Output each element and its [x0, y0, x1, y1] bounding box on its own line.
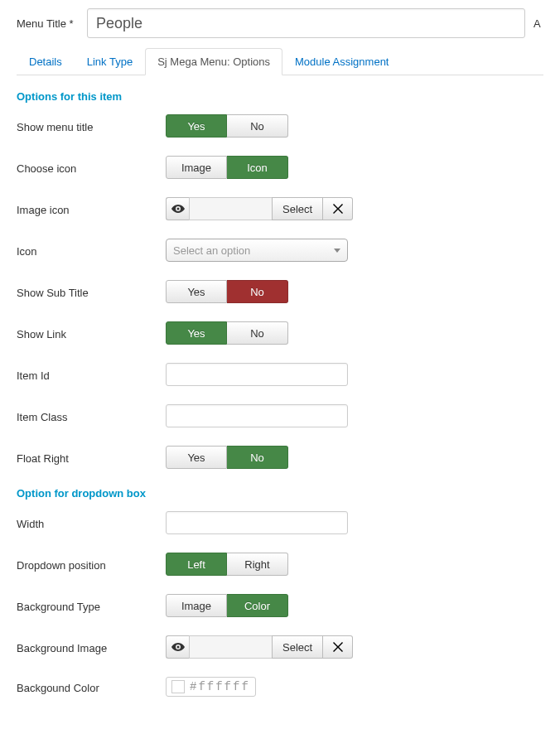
close-icon: [333, 642, 343, 652]
toggle-dropdown-position: Left Right: [166, 553, 288, 576]
background-image-path: [189, 635, 272, 659]
label-show-sub-title: Show Sub Title: [17, 285, 166, 299]
toggle-dropdown-position-right[interactable]: Right: [227, 553, 288, 576]
toggle-background-type: Image Color: [166, 594, 288, 617]
toggle-choose-icon-icon[interactable]: Icon: [227, 156, 288, 179]
tab-module-assignment[interactable]: Module Assignment: [282, 48, 401, 75]
label-icon: Icon: [17, 244, 166, 258]
background-image-select-button[interactable]: Select: [272, 635, 323, 659]
label-background-image: Background Image: [17, 640, 166, 654]
label-background-color: Backgound Color: [17, 680, 166, 694]
label-background-type: Background Type: [17, 599, 166, 613]
background-color-value: #ffffff: [190, 680, 250, 693]
toggle-show-sub-title: Yes No: [166, 280, 288, 303]
item-class-input[interactable]: [166, 404, 348, 427]
label-item-class: Item Class: [17, 409, 166, 423]
toggle-show-link-yes[interactable]: Yes: [166, 321, 227, 345]
item-id-input[interactable]: [166, 363, 348, 386]
image-icon-select-button[interactable]: Select: [272, 197, 323, 220]
toggle-show-menu-title: Yes No: [166, 114, 288, 138]
background-image-clear-button[interactable]: [323, 635, 353, 659]
image-icon-preview[interactable]: [166, 197, 189, 220]
label-image-icon: Image icon: [17, 202, 166, 216]
color-swatch: [171, 680, 185, 693]
icon-select[interactable]: Select an option: [166, 239, 348, 262]
label-width: Width: [17, 516, 166, 530]
toggle-background-type-image[interactable]: Image: [166, 594, 227, 617]
toggle-show-sub-title-no[interactable]: No: [227, 280, 288, 303]
chevron-down-icon: [334, 249, 340, 253]
image-icon-clear-button[interactable]: [323, 197, 353, 220]
toggle-float-right-no[interactable]: No: [227, 446, 288, 469]
toggle-choose-icon: Image Icon: [166, 156, 288, 179]
toggle-show-link-no[interactable]: No: [227, 321, 288, 345]
toggle-dropdown-position-left[interactable]: Left: [166, 553, 227, 576]
tab-mega-menu-options[interactable]: Sj Mega Menu: Options: [145, 48, 282, 75]
label-dropdown-position: Dropdown position: [17, 558, 166, 572]
label-item-id: Item Id: [17, 368, 166, 382]
toggle-float-right-yes[interactable]: Yes: [166, 446, 227, 469]
menu-title-label: Menu Title *: [17, 17, 83, 30]
icon-select-placeholder: Select an option: [173, 244, 250, 257]
toggle-float-right: Yes No: [166, 446, 288, 469]
tab-details[interactable]: Details: [17, 48, 75, 75]
eye-icon: [171, 643, 185, 651]
background-image-preview[interactable]: [166, 635, 189, 659]
section-options-item: Options for this item: [17, 90, 543, 103]
label-choose-icon: Choose icon: [17, 161, 166, 175]
section-dropdown-box: Option for dropdown box: [17, 487, 543, 500]
width-input[interactable]: [166, 511, 348, 534]
close-icon: [333, 204, 343, 214]
toggle-show-link: Yes No: [166, 321, 288, 345]
background-color-picker[interactable]: #ffffff: [166, 677, 256, 697]
toggle-show-sub-title-yes[interactable]: Yes: [166, 280, 227, 303]
toggle-show-menu-title-no[interactable]: No: [227, 114, 288, 138]
tab-link-type[interactable]: Link Type: [75, 48, 145, 75]
label-show-link: Show Link: [17, 326, 166, 340]
label-float-right: Float Right: [17, 451, 166, 465]
tabs: Details Link Type Sj Mega Menu: Options …: [17, 48, 543, 75]
toggle-choose-icon-image[interactable]: Image: [166, 156, 227, 179]
image-icon-path: [189, 197, 272, 220]
menu-title-input[interactable]: [87, 8, 525, 38]
eye-icon: [171, 205, 185, 213]
alias-label-partial: A: [533, 17, 543, 30]
toggle-background-type-color[interactable]: Color: [227, 594, 288, 617]
toggle-show-menu-title-yes[interactable]: Yes: [166, 114, 227, 138]
label-show-menu-title: Show menu title: [17, 119, 166, 133]
